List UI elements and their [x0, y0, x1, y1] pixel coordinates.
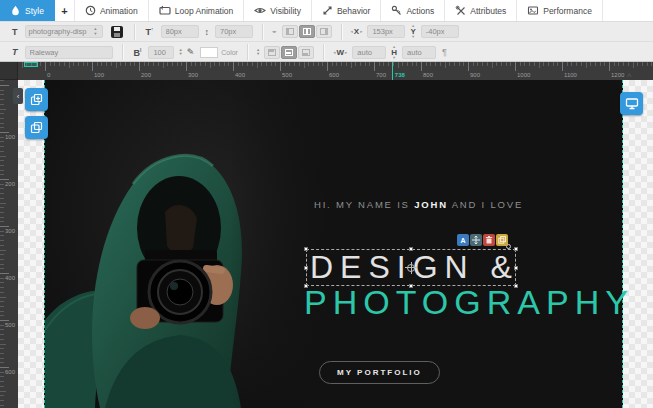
- resize-handle[interactable]: [514, 247, 518, 251]
- font-size-input[interactable]: [161, 25, 199, 38]
- horizontal-align-group: [282, 25, 332, 38]
- duplicate-block-button[interactable]: [25, 116, 48, 139]
- ruler-tick: [0, 151, 4, 152]
- ruler-tick: [0, 287, 4, 288]
- tools-icon: [455, 5, 466, 16]
- ruler-tick: [600, 62, 601, 66]
- font-family-input[interactable]: [25, 46, 113, 59]
- width-input[interactable]: [352, 46, 386, 59]
- tab-visibility[interactable]: Visibility: [244, 0, 312, 21]
- line-height-input[interactable]: [215, 25, 253, 38]
- ruler-tick: [586, 62, 587, 68]
- ruler-tick: [0, 348, 4, 349]
- align-left-button[interactable]: [282, 25, 298, 38]
- ruler-number: 200: [141, 72, 151, 78]
- color-swatch[interactable]: [200, 47, 218, 58]
- duplicate-button[interactable]: [496, 234, 508, 246]
- resize-handle[interactable]: [304, 247, 308, 251]
- ruler-tick: [642, 62, 643, 66]
- pen-icon[interactable]: ✎: [187, 47, 195, 57]
- ruler-tick: [0, 297, 6, 298]
- align-top-button[interactable]: [264, 46, 280, 59]
- ruler-tick: [383, 62, 384, 66]
- ruler-tick: [365, 62, 366, 66]
- ruler-tick: [445, 62, 446, 68]
- ruler-tick: [576, 62, 577, 66]
- ruler-tick: [557, 62, 558, 66]
- ruler-tick: [539, 62, 540, 68]
- height-input[interactable]: [402, 46, 436, 59]
- ruler-tick: [0, 118, 4, 119]
- heading-photography[interactable]: PHOTOGRAPHY: [304, 283, 634, 322]
- tab-actions[interactable]: Actions: [381, 0, 445, 21]
- delete-button[interactable]: [483, 234, 495, 246]
- align-center-button[interactable]: [299, 25, 315, 38]
- ruler-tick: [266, 62, 267, 66]
- ruler-tick: [0, 156, 6, 157]
- x-position-input[interactable]: [367, 25, 405, 38]
- trash-icon: [485, 236, 493, 244]
- type-label: T: [12, 27, 18, 37]
- align-right-button[interactable]: [316, 25, 332, 38]
- tab-behavior[interactable]: Behavior: [312, 0, 382, 21]
- ruler-number: 1100: [564, 72, 577, 78]
- ruler-tick: [0, 94, 4, 95]
- ruler-tick: [618, 62, 619, 66]
- guide-marker[interactable]: [24, 62, 38, 67]
- my-portfolio-button[interactable]: MY PORTFOLIO: [319, 361, 440, 384]
- ruler-tick: [633, 62, 634, 68]
- ruler-tick: [0, 123, 4, 124]
- align-middle-button[interactable]: [281, 46, 297, 59]
- ruler-number: 1000: [517, 72, 530, 78]
- tab-performance[interactable]: Performance: [517, 0, 603, 21]
- width-label: ◂W▸: [333, 48, 347, 57]
- ruler-number: 300: [188, 72, 198, 78]
- ruler-number: 600: [329, 72, 339, 78]
- vertical-arrows-icon: ▴▾: [257, 48, 259, 57]
- design-page[interactable]: HI. MY NAME IS JOHN AND I LOVE A DESIGN …: [44, 80, 623, 408]
- desktop-preview-button[interactable]: [620, 92, 643, 115]
- ruler-tick: [0, 85, 9, 86]
- selected-text-element[interactable]: DESIGN &: [306, 249, 516, 286]
- resize-handle[interactable]: [514, 266, 518, 270]
- paragraph-icon[interactable]: ¶: [442, 47, 447, 57]
- ruler-tick: [257, 62, 258, 68]
- resize-handle[interactable]: [304, 266, 308, 270]
- tab-add[interactable]: +: [55, 0, 75, 21]
- font-weight-input[interactable]: [148, 46, 174, 59]
- move-button[interactable]: [470, 234, 482, 246]
- ruler-tick: [22, 62, 23, 68]
- add-block-button[interactable]: [25, 88, 48, 111]
- anchor-point[interactable]: [407, 264, 415, 272]
- align-bottom-button[interactable]: [298, 46, 314, 59]
- ruler-corner: [0, 62, 18, 80]
- weight-stepper[interactable]: ▴▾: [179, 48, 181, 57]
- ruler-number: 300: [5, 228, 15, 234]
- font-style-select[interactable]: photography-disp ▴▾: [25, 25, 103, 38]
- y-position-input[interactable]: [421, 25, 459, 38]
- ruler-tick: [0, 99, 4, 100]
- ruler-tick: [299, 62, 300, 66]
- ruler-tick: [0, 217, 4, 218]
- tab-attributes[interactable]: Attributes: [445, 0, 517, 21]
- tab-style[interactable]: Style: [0, 0, 55, 21]
- save-font-style-button[interactable]: [111, 26, 123, 38]
- horizontal-ruler[interactable]: 738 010020030040050060070080090010001100…: [18, 62, 653, 80]
- edit-text-button[interactable]: A: [457, 234, 469, 246]
- ruler-tick: [111, 62, 112, 66]
- ruler-tick: [0, 376, 4, 377]
- ruler-tick: [0, 386, 4, 387]
- tab-loop-animation[interactable]: Loop Animation: [149, 0, 245, 21]
- copy-icon: [498, 236, 506, 244]
- ruler-tick: [247, 62, 248, 66]
- collapse-panel-arrow[interactable]: ‹: [13, 88, 23, 104]
- ruler-tick: [130, 62, 131, 66]
- resize-handle[interactable]: [409, 247, 413, 251]
- ruler-number: 500: [5, 322, 15, 328]
- vertical-ruler[interactable]: 100200300400500600: [0, 80, 18, 408]
- scroll-up-arrow[interactable]: ^: [627, 72, 632, 81]
- tab-animation[interactable]: Animation: [75, 0, 149, 21]
- ruler-tick: [346, 62, 347, 66]
- ruler-tick: [435, 62, 436, 66]
- hero-greeting[interactable]: HI. MY NAME IS JOHN AND I LOVE: [314, 199, 523, 210]
